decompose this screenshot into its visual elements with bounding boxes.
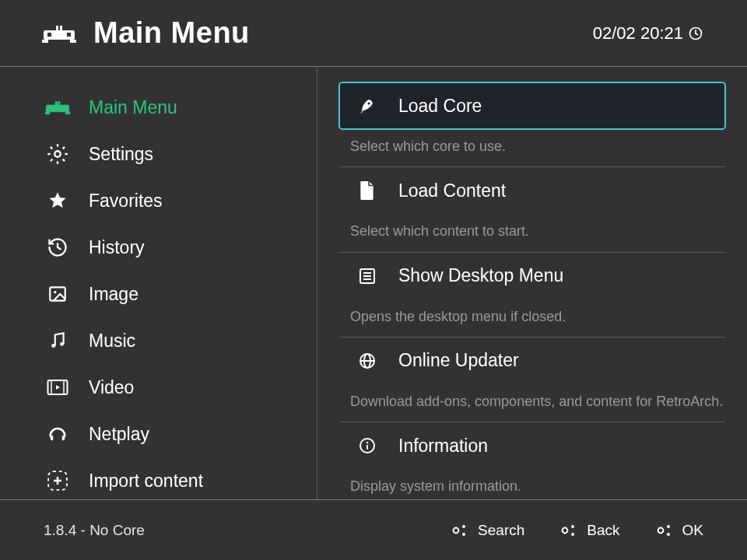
svg-rect-13 [45, 112, 50, 114]
list-icon [356, 265, 378, 287]
sidebar-item-netplay[interactable]: Netplay [0, 411, 317, 457]
footer-bar: 1.8.4 - No Core Search Back OK [0, 499, 747, 560]
content-panel: Load Core Select which core to use. Load… [317, 67, 747, 499]
retroarch-icon [45, 95, 70, 120]
svg-point-47 [462, 525, 465, 528]
menu-item-label: Load Content [398, 180, 506, 201]
menu-item-label: Show Desktop Menu [398, 265, 563, 286]
hint-search[interactable]: Search [450, 520, 524, 541]
svg-rect-1 [47, 33, 51, 37]
sidebar-item-image[interactable]: Image [0, 271, 317, 317]
history-icon [45, 235, 70, 260]
sidebar-item-main-menu[interactable]: Main Menu [0, 84, 317, 131]
sidebar-item-label: Netplay [89, 424, 149, 445]
svg-point-53 [667, 525, 670, 528]
menu-item-label: Information [398, 436, 488, 457]
svg-line-20 [51, 147, 52, 149]
sidebar-item-label: Image [89, 284, 139, 305]
header-bar: Main Menu 02/02 20:21 [0, 0, 747, 67]
svg-line-23 [63, 147, 65, 149]
svg-line-22 [51, 159, 52, 161]
menu-row-load-content[interactable]: Load Content [339, 167, 725, 214]
menu-row-information[interactable]: Information [339, 422, 725, 469]
sidebar-item-label: Favorites [89, 191, 163, 212]
svg-rect-9 [49, 107, 52, 110]
gamepad-dots-icon [450, 520, 470, 541]
clock-text: 02/02 20:21 [593, 23, 683, 44]
menu-item-desc: Select which content to start. [339, 214, 725, 240]
menu-item-label: Online Updater [398, 350, 519, 371]
menu-item-desc: Opens the desktop menu if closed. [339, 299, 725, 326]
menu-item-desc: Display system information. [339, 469, 725, 495]
hint-back[interactable]: Back [559, 520, 619, 541]
menu-item-show-desktop-menu: Show Desktop Menu Opens the desktop menu… [339, 253, 725, 338]
rocket-icon [356, 95, 378, 117]
svg-rect-5 [42, 40, 48, 43]
hint-ok[interactable]: OK [654, 520, 703, 541]
sidebar-item-label: Main Menu [89, 97, 177, 118]
hint-label: Back [587, 522, 619, 539]
menu-item-information: Information Display system information. [339, 422, 725, 499]
image-icon [45, 282, 70, 306]
svg-point-26 [51, 344, 55, 348]
svg-rect-11 [55, 102, 57, 107]
app-logo [42, 23, 86, 44]
footer-hints: Search Back OK [450, 520, 703, 541]
menu-row-online-updater[interactable]: Online Updater [339, 338, 725, 384]
menu-item-load-content: Load Content Select which content to sta… [339, 167, 725, 252]
svg-point-52 [658, 527, 663, 533]
gamepad-dots-icon [559, 520, 579, 541]
svg-point-48 [462, 533, 465, 536]
retroarch-icon [42, 23, 76, 44]
info-icon [356, 435, 378, 457]
gear-icon [45, 142, 70, 166]
import-icon [45, 468, 70, 493]
clock-icon [688, 26, 703, 41]
sidebar-item-video[interactable]: Video [0, 364, 317, 411]
video-icon [45, 375, 70, 400]
gamepad-dots-icon [654, 520, 675, 541]
star-icon [45, 188, 70, 213]
sidebar-item-settings[interactable]: Settings [0, 131, 317, 177]
svg-point-43 [366, 442, 369, 444]
svg-point-54 [667, 533, 670, 536]
svg-point-51 [571, 533, 574, 536]
hint-label: Search [478, 522, 524, 539]
sidebar-item-import-content[interactable]: Import content [0, 457, 317, 499]
svg-point-34 [367, 102, 370, 104]
sidebar-item-label: Music [89, 331, 135, 352]
sidebar-item-music[interactable]: Music [0, 317, 317, 364]
sidebar-item-label: Settings [89, 144, 153, 165]
svg-point-49 [563, 527, 568, 533]
menu-item-label: Load Core [398, 96, 482, 117]
svg-point-27 [60, 342, 64, 346]
svg-rect-6 [70, 40, 76, 43]
menu-item-online-updater: Online Updater Download add-ons, compone… [339, 338, 725, 422]
svg-point-46 [454, 527, 459, 533]
svg-point-15 [54, 151, 60, 156]
svg-rect-24 [50, 287, 65, 300]
svg-rect-12 [58, 102, 60, 107]
sidebar: Main Menu Settings Favorites History Ima [0, 67, 317, 499]
svg-rect-3 [56, 26, 58, 32]
svg-point-25 [54, 291, 56, 293]
menu-row-show-desktop-menu[interactable]: Show Desktop Menu [339, 253, 725, 299]
menu-item-desc: Download add-ons, components, and conten… [339, 384, 725, 411]
menu-row-load-core[interactable]: Load Core [339, 82, 725, 129]
menu-item-load-core: Load Core Select which core to use. [339, 82, 725, 167]
status-text: 1.8.4 - No Core [44, 522, 145, 539]
menu-item-desc: Select which core to use. [339, 129, 725, 156]
file-icon [356, 180, 378, 201]
svg-rect-14 [65, 112, 70, 114]
clock: 02/02 20:21 [593, 23, 703, 44]
svg-point-50 [571, 525, 574, 528]
sidebar-item-label: Import content [89, 471, 203, 492]
sidebar-item-history[interactable]: History [0, 224, 317, 271]
page-title: Main Menu [93, 16, 250, 50]
netplay-icon [45, 422, 70, 446]
sidebar-item-favorites[interactable]: Favorites [0, 177, 317, 224]
svg-rect-4 [60, 26, 62, 32]
music-icon [45, 328, 70, 353]
sidebar-item-label: History [89, 237, 145, 258]
hint-label: OK [682, 522, 703, 539]
